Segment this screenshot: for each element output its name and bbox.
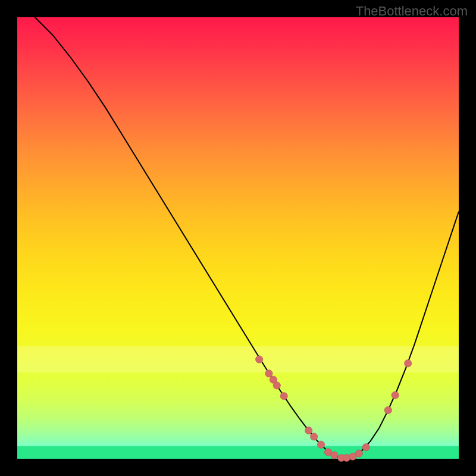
data-point bbox=[310, 433, 317, 440]
data-point bbox=[273, 382, 280, 389]
data-point bbox=[317, 441, 324, 448]
data-point bbox=[305, 427, 312, 434]
data-point bbox=[280, 392, 287, 399]
data-point bbox=[255, 356, 262, 363]
data-point bbox=[331, 452, 338, 459]
data-points-group bbox=[255, 356, 411, 462]
data-point bbox=[392, 392, 399, 399]
plot-area bbox=[17, 17, 459, 459]
data-point bbox=[384, 406, 392, 414]
chart-svg bbox=[17, 17, 459, 459]
data-point bbox=[265, 370, 273, 377]
data-point bbox=[355, 450, 362, 457]
data-point bbox=[404, 360, 411, 367]
watermark-text: TheBottleneck.com bbox=[356, 4, 468, 19]
data-point bbox=[362, 444, 369, 451]
